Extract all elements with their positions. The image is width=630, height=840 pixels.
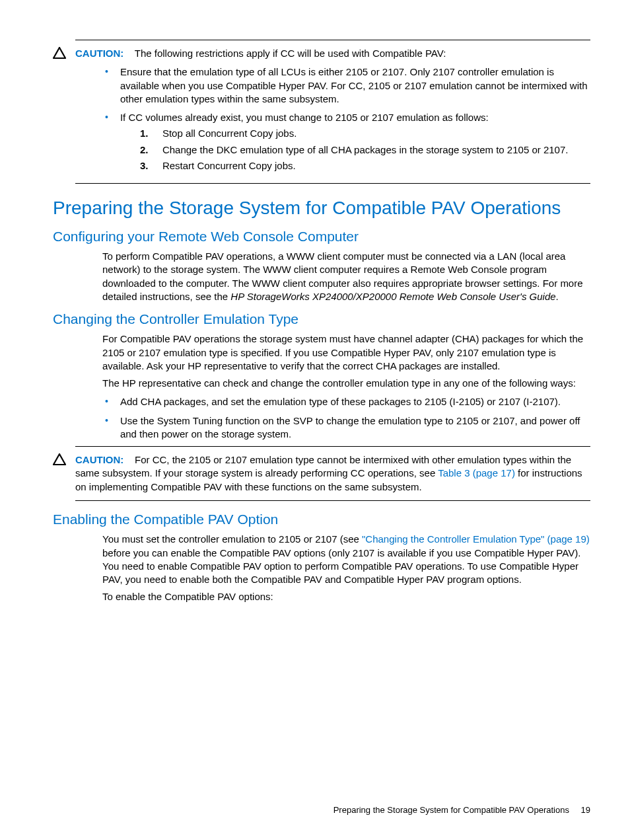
bullet-icon: • [102,414,120,426]
caution-icon [53,47,75,59]
link-changing-emulation-type[interactable]: "Changing the Controller Emulation Type"… [362,533,590,545]
body-text: before you can enable the Compatible PAV… [102,547,580,586]
document-page: CAUTION: The following restrictions appl… [0,0,630,840]
heading-enabling-pav-option: Enabling the Compatible PAV Option [53,510,590,529]
heading-preparing-storage-system: Preparing the Storage System for Compati… [53,196,590,221]
caution-label: CAUTION: [75,454,123,465]
bullet-icon: • [102,65,120,77]
bullet-text: Ensure that the emulation type of all LC… [120,65,590,106]
list-item: •Add CHA packages, and set the emulation… [102,395,590,408]
list-item: •Use the System Tuning function on the S… [102,414,590,441]
section-body: You must set the controller emulation to… [102,533,590,603]
list-item: • Ensure that the emulation type of all … [102,65,590,106]
caution-label: CAUTION: [75,48,123,59]
caution-bullet-list: • Ensure that the emulation type of all … [102,65,590,178]
paragraph: To perform Compatible PAV operations, a … [102,250,590,303]
step-text: Restart Concurrent Copy jobs. [162,159,590,172]
paragraph: You must set the controller emulation to… [102,533,590,586]
bullet-icon: • [102,395,120,407]
rule [75,500,590,501]
rule [75,183,590,184]
body-text: . [556,291,559,302]
bullet-icon: • [102,111,120,123]
ordered-steps: 1.Stop all Concurrent Copy jobs. 2.Chang… [140,127,590,172]
paragraph: For Compatible PAV operations the storag… [102,332,590,373]
bullet-text: If CC volumes already exist, you must ch… [120,112,489,123]
page-number: 19 [581,805,590,815]
section-body: For Compatible PAV operations the storag… [102,332,590,441]
document-title-italic: HP StorageWorks XP24000/XP20000 Remote W… [230,291,555,302]
step-number: 2. [140,143,162,157]
body-text: You must set the controller emulation to… [102,533,362,545]
caution-block-1: CAUTION: The following restrictions appl… [53,47,590,60]
paragraph: To enable the Compatible PAV options: [102,590,590,603]
heading-configuring-rwc: Configuring your Remote Web Console Comp… [53,227,590,246]
caution-block-2: CAUTION: For CC, the 2105 or 2107 emulat… [53,453,590,494]
caution-text: The following restrictions apply if CC w… [135,48,446,59]
section-body: To perform Compatible PAV operations, a … [102,250,590,303]
caution-icon [53,453,75,465]
bullet-text: Add CHA packages, and set the emulation … [120,395,590,408]
link-table-3[interactable]: Table 3 (page 17) [438,467,515,478]
footer-title: Preparing the Storage System for Compati… [333,805,569,815]
step-text: Stop all Concurrent Copy jobs. [162,127,590,140]
top-rule [75,40,590,40]
step-number: 1. [140,127,162,140]
step-item: 2.Change the DKC emulation type of all C… [140,143,590,157]
list-item: • If CC volumes already exist, you must … [102,111,590,178]
paragraph: The HP representative can check and chan… [102,377,590,390]
step-item: 3.Restart Concurrent Copy jobs. [140,159,590,172]
step-text: Change the DKC emulation type of all CHA… [162,143,590,157]
rule [75,446,590,447]
heading-changing-controller-emulation: Changing the Controller Emulation Type [53,310,590,328]
caution-1-details: • Ensure that the emulation type of all … [102,65,590,178]
step-number: 3. [140,159,162,172]
step-item: 1.Stop all Concurrent Copy jobs. [140,127,590,140]
bullet-text: Use the System Tuning function on the SV… [120,414,590,441]
page-footer: Preparing the Storage System for Compati… [333,804,590,816]
emulation-bullet-list: •Add CHA packages, and set the emulation… [102,395,590,441]
